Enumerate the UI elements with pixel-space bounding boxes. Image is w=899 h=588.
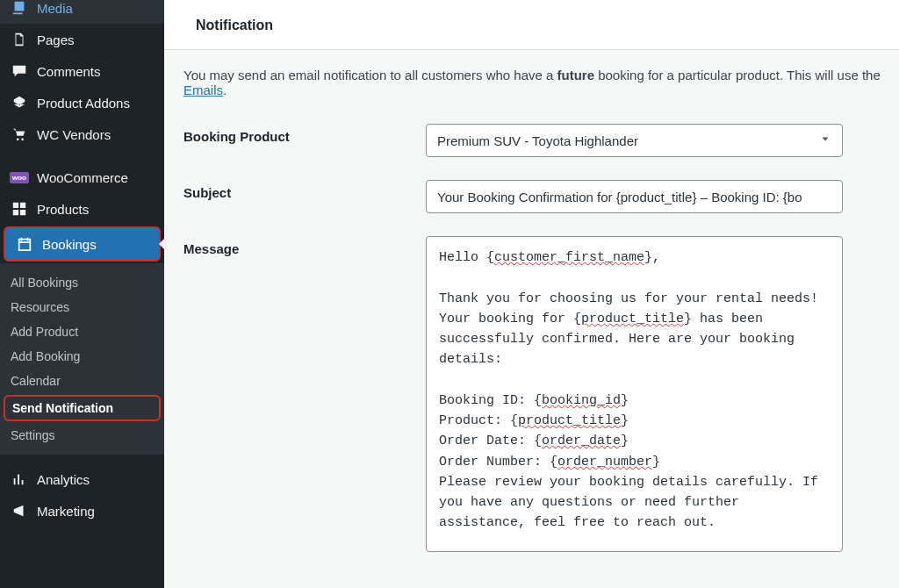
comments-icon — [11, 63, 28, 79]
submenu-resources[interactable]: Resources — [0, 295, 164, 319]
admin-sidebar: Media Pages Comments Product Addons WC V… — [0, 0, 164, 588]
submenu-add-booking[interactable]: Add Booking — [0, 344, 164, 369]
chevron-down-icon — [819, 133, 831, 148]
sidebar-item-comments[interactable]: Comments — [0, 55, 164, 87]
sidebar-item-marketing[interactable]: Marketing — [0, 495, 164, 527]
calendar-icon — [16, 236, 33, 252]
sidebar-label: Media — [37, 1, 73, 16]
sidebar-label: WC Vendors — [37, 127, 111, 142]
label-message: Message — [183, 236, 426, 256]
sidebar-label: Products — [37, 202, 89, 217]
sidebar-item-products[interactable]: Products — [0, 193, 164, 225]
sidebar-item-analytics[interactable]: Analytics — [0, 463, 164, 495]
sidebar-item-media[interactable]: Media — [0, 0, 164, 24]
sidebar-label: Marketing — [37, 504, 95, 519]
analytics-icon — [11, 471, 28, 487]
select-value: Premium SUV - Toyota Highlander — [437, 133, 638, 148]
sidebar-item-woocommerce[interactable]: woo WooCommerce — [0, 162, 164, 193]
sidebar-label: Bookings — [42, 237, 97, 252]
intro-bold: future — [557, 68, 595, 82]
sidebar-label: Analytics — [37, 472, 90, 487]
sidebar-item-wc-vendors[interactable]: WC Vendors — [0, 118, 164, 150]
sidebar-item-product-addons[interactable]: Product Addons — [0, 87, 164, 118]
submenu-add-product[interactable]: Add Product — [0, 319, 164, 344]
submenu-calendar[interactable]: Calendar — [0, 369, 164, 393]
marketing-icon — [11, 503, 28, 519]
emails-link[interactable]: Emails — [183, 82, 223, 97]
row-booking-product: Booking Product Premium SUV - Toyota Hig… — [183, 124, 880, 157]
addon-icon — [11, 95, 28, 111]
sidebar-label: WooCommerce — [37, 170, 128, 185]
input-subject[interactable] — [426, 180, 843, 213]
pages-icon — [11, 32, 28, 47]
intro-period: . — [223, 82, 227, 97]
sidebar-label: Product Addons — [37, 96, 130, 111]
cart-icon — [11, 126, 28, 142]
sidebar-label: Comments — [37, 64, 101, 79]
textarea-message[interactable]: Hello {customer_first_name}, Thank you f… — [426, 236, 843, 552]
intro-text: You may send an email notification to al… — [164, 50, 899, 106]
sidebar-item-bookings[interactable]: Bookings — [4, 226, 161, 262]
submenu-settings[interactable]: Settings — [0, 423, 164, 448]
page-header: Notification — [164, 0, 899, 50]
products-icon — [11, 201, 28, 217]
submenu-all-bookings[interactable]: All Bookings — [0, 270, 164, 295]
intro-part: booking for a particular product. This w… — [594, 68, 881, 82]
sidebar-label: Pages — [37, 32, 75, 47]
bookings-submenu: All Bookings Resources Add Product Add B… — [0, 263, 164, 455]
row-message: Message Hello {customer_first_name}, Tha… — [183, 236, 880, 552]
label-subject: Subject — [183, 180, 426, 200]
sidebar-item-pages[interactable]: Pages — [0, 24, 164, 55]
main-content: Notification You may send an email notif… — [164, 0, 899, 588]
submenu-send-notification[interactable]: Send Notification — [4, 395, 161, 421]
select-booking-product[interactable]: Premium SUV - Toyota Highlander — [426, 124, 843, 157]
row-subject: Subject — [183, 180, 880, 213]
page-title: Notification — [196, 18, 878, 33]
media-icon — [11, 0, 28, 16]
form-area: Booking Product Premium SUV - Toyota Hig… — [164, 106, 899, 588]
label-booking-product: Booking Product — [183, 124, 426, 144]
woo-icon: woo — [11, 172, 28, 183]
intro-part: You may send an email notification to al… — [183, 68, 557, 82]
